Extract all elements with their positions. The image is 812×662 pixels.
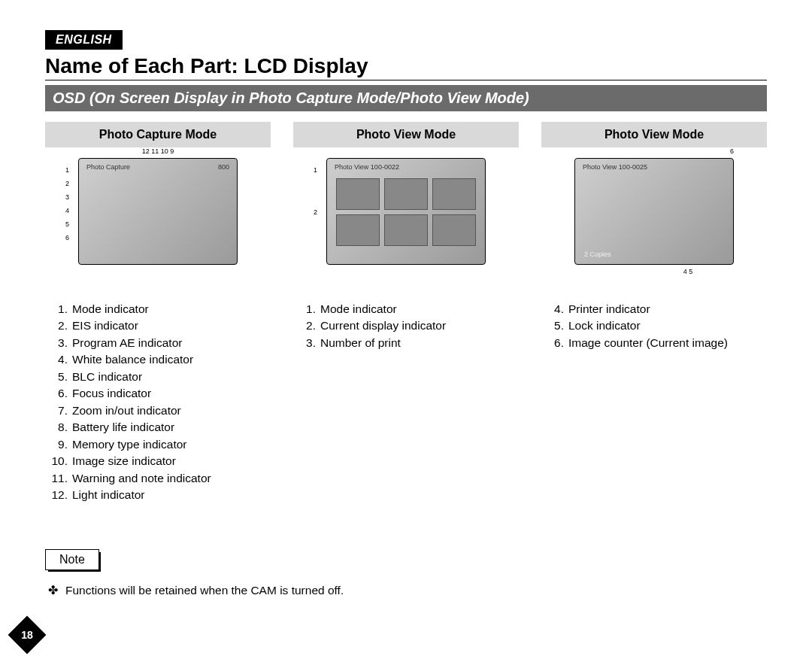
lcd-screen: Photo Capture 800 123456 [78,158,238,265]
column-head: Photo View Mode [293,122,519,147]
title-rule [45,80,767,80]
manual-page: ENGLISH Name of Each Part: LCD Display O… [0,0,812,662]
indicator-list: 4.Printer indicator 5.Lock indicator 6.I… [541,301,767,351]
note-section: Note ✤Functions will be retained when th… [45,549,767,597]
lcd-diagram-view-thumbs: Photo View 100-0022 12 [293,158,519,301]
indicator-list: 1.Mode indicator 2.Current display indic… [293,301,519,351]
note-text-line: ✤Functions will be retained when the CAM… [45,584,767,597]
bullet-icon: ✤ [48,584,58,597]
top-callouts: 12 11 10 9 [78,147,238,155]
note-label: Note [45,549,99,570]
lcd-copies-text: 2 Copies [584,251,611,258]
lcd-diagram-view-single: 6 Photo View 100-0025 2 Copies 4 5 [541,158,767,301]
lcd-size-text: 800 [218,163,229,171]
indicator-list: 1.Mode indicator 2.EIS indicator 3.Progr… [45,301,271,504]
column-photo-capture: Photo Capture Mode 12 11 10 9 Photo Capt… [45,122,271,504]
lcd-mode-text: Photo View 100-0025 [583,163,647,171]
column-photo-view-thumbs: Photo View Mode Photo View 100-0022 12 [293,122,519,504]
page-number: 18 [14,621,41,648]
top-callouts: 6 [574,147,764,155]
lcd-screen: Photo View 100-0022 12 [326,158,486,265]
lcd-screen: Photo View 100-0025 2 Copies [574,158,734,265]
columns: Photo Capture Mode 12 11 10 9 Photo Capt… [45,122,767,504]
lcd-mode-text: Photo View 100-0022 [335,163,399,171]
section-subhead: OSD (On Screen Display in Photo Capture … [45,85,767,111]
thumbnail-grid [336,178,476,246]
lcd-mode-text: Photo Capture [86,163,130,171]
column-head: Photo View Mode [541,122,767,147]
lcd-diagram-capture: 12 11 10 9 Photo Capture 800 123456 [45,158,271,301]
left-callouts: 12 [314,163,317,219]
page-title: Name of Each Part: LCD Display [45,54,767,78]
column-photo-view-single: Photo View Mode 6 Photo View 100-0025 2 … [541,122,767,504]
left-callouts: 123456 [65,163,69,244]
bottom-callouts: 4 5 [574,268,734,275]
page-number-badge: 18 [14,621,41,648]
language-tab: ENGLISH [45,30,123,50]
column-head: Photo Capture Mode [45,122,271,147]
